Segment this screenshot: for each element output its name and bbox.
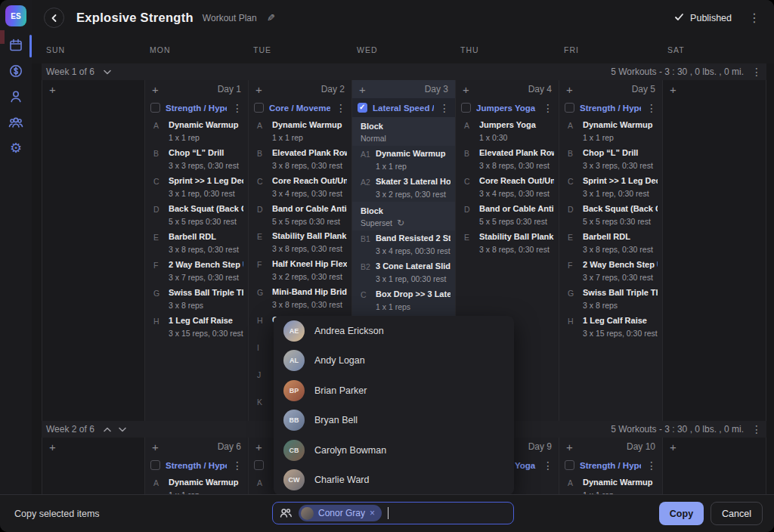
exercise-row[interactable]: A2Skater 3 Lateral Hops >> ...3 x 2 reps… xyxy=(352,174,455,202)
athlete-chip[interactable]: Conor Gray × xyxy=(299,505,382,521)
exercise-row[interactable]: CCore Reach Out/Under3 x 4 reps, 0:30 re… xyxy=(456,173,559,201)
add-workout-icon[interactable]: + xyxy=(670,441,676,453)
exercise-letter: A xyxy=(559,120,583,143)
workout-title[interactable]: Strength / Hypertro... xyxy=(166,461,227,470)
exercise-name: 2 Way Bench Step Up xyxy=(583,260,658,270)
published-status[interactable]: Published xyxy=(690,13,732,23)
exercise-row[interactable]: ADynamic Warmup1 x 1 rep xyxy=(249,117,351,145)
workout-title[interactable]: Strength / Hypertro... xyxy=(580,104,641,113)
exercise-row[interactable]: DBand or Cable Anti Rotati...5 x 5 reps … xyxy=(456,201,559,229)
athlete-option[interactable]: ALAndy Logan xyxy=(274,346,514,376)
exercise-row[interactable]: B23 Cone Lateral Slide3 x 1 rep, 00:30 r… xyxy=(352,258,455,286)
app-logo[interactable]: ES xyxy=(5,5,26,26)
week-menu-icon[interactable]: ⋮ xyxy=(751,424,762,435)
exercise-row[interactable]: ADynamic Warmup1 x 1 rep xyxy=(559,117,662,145)
exercise-letter: C xyxy=(456,176,479,199)
athlete-option[interactable]: AEAndrea Erickson xyxy=(274,316,514,346)
assign-to-input[interactable]: Conor Gray × xyxy=(272,502,514,524)
exercise-row[interactable]: CSprint >> 1 Leg Declarations3 x 1 rep, … xyxy=(145,173,248,201)
exercise-row[interactable]: GSwiss Ball Triple Threat3 x 8 reps xyxy=(559,285,662,313)
workout-checkbox[interactable] xyxy=(150,460,160,470)
add-workout-icon[interactable]: + xyxy=(566,441,573,453)
workout-checkbox[interactable] xyxy=(254,460,264,470)
workout-checkbox[interactable] xyxy=(150,103,160,113)
exercise-row[interactable]: EBarbell RDL3 x 8 reps, 0:30 rest xyxy=(145,229,248,257)
athlete-option[interactable]: CWCharlie Ward xyxy=(274,466,514,496)
workout-menu-icon[interactable]: ⋮ xyxy=(336,103,346,113)
exercise-row[interactable]: H1 Leg Calf Raise3 x 15 reps, 0:30 rest xyxy=(145,313,248,341)
exercise-row[interactable]: F2 Way Bench Step Up3 x 7 reps, 0:30 res… xyxy=(145,257,248,285)
workout-title[interactable]: Jumpers Yoga / Core xyxy=(476,104,537,113)
day-label: Day 2 xyxy=(321,84,345,94)
add-workout-icon[interactable]: + xyxy=(49,83,56,96)
week-collapse-down-icon[interactable] xyxy=(104,65,111,79)
exercise-row[interactable]: BElevated Plank Row3 x 8 reps, 0:30 rest xyxy=(456,145,559,173)
exercise-row[interactable]: CBox Drop >> 3 Lateral H...1 x 1 reps xyxy=(352,286,455,314)
copy-bar-label: Copy selected items xyxy=(14,509,100,519)
athlete-option[interactable]: BPBrian Parker xyxy=(274,376,514,406)
exercise-letter: G xyxy=(249,287,272,310)
cancel-button[interactable]: Cancel xyxy=(711,502,763,525)
exercise-row[interactable]: DBand or Cable Anti-Rotati...5 x 5 reps … xyxy=(249,201,351,229)
back-button[interactable] xyxy=(44,8,64,28)
exercise-row[interactable]: A1Dynamic Warmup1 x 1 rep xyxy=(352,146,455,174)
client-icon[interactable] xyxy=(7,88,25,106)
add-workout-icon[interactable]: + xyxy=(463,83,469,96)
workout-checkbox[interactable] xyxy=(461,103,471,113)
plan-menu-icon[interactable]: ⋮ xyxy=(748,12,760,24)
exercise-row[interactable]: EStability Ball Plank Linear ...3 x 8 re… xyxy=(249,228,351,256)
exercise-row[interactable]: EBarbell RDL3 x 8 reps, 0:30 rest xyxy=(559,229,662,257)
exercise-row[interactable]: CCore Reach Out/Under3 x 4 reps, 0:30 re… xyxy=(249,173,351,201)
workout-menu-icon[interactable]: ⋮ xyxy=(543,460,553,471)
exercise-row[interactable]: BChop “L” Drill3 x 3 reps, 0:30 rest xyxy=(559,145,662,173)
workout-checkbox[interactable] xyxy=(254,103,264,113)
athlete-option[interactable]: BBBryan Bell xyxy=(274,406,514,436)
calendar-icon[interactable] xyxy=(7,36,25,54)
workout-menu-icon[interactable]: ⋮ xyxy=(646,460,657,471)
exercise-row[interactable]: B1Band Resisted 2 Step Late...3 x 4 reps… xyxy=(352,230,455,258)
workout-title[interactable]: Lateral Speed / Plyo xyxy=(373,104,434,113)
settings-icon[interactable]: ⚙ xyxy=(7,139,25,157)
add-workout-icon[interactable]: + xyxy=(670,83,676,96)
chip-remove-icon[interactable]: × xyxy=(370,508,375,518)
add-workout-icon[interactable]: + xyxy=(152,441,159,453)
week-menu-icon[interactable]: ⋮ xyxy=(751,66,762,77)
exercise-row[interactable]: GMini-Band Hip Bridge w/ ...3 x 8 reps, … xyxy=(249,284,351,312)
workout-menu-icon[interactable]: ⋮ xyxy=(646,103,657,113)
add-workout-icon[interactable]: + xyxy=(566,83,573,96)
workout-menu-icon[interactable]: ⋮ xyxy=(232,103,243,113)
workout-menu-icon[interactable]: ⋮ xyxy=(232,460,243,471)
workout-menu-icon[interactable]: ⋮ xyxy=(439,103,450,113)
workout-checkbox[interactable] xyxy=(565,460,574,470)
exercise-row[interactable]: CSprint >> 1 Leg Declarations3 x 1 rep, … xyxy=(559,173,662,201)
workout-checkbox[interactable] xyxy=(565,103,574,113)
add-workout-icon[interactable]: + xyxy=(359,83,366,96)
workout-title[interactable]: Core / Movement Q... xyxy=(269,104,330,113)
workout-menu-icon[interactable]: ⋮ xyxy=(543,103,553,113)
add-workout-icon[interactable]: + xyxy=(255,441,262,453)
exercise-row[interactable]: BChop “L” Drill3 x 3 reps, 0:30 rest xyxy=(145,145,248,173)
add-workout-icon[interactable]: + xyxy=(255,83,262,96)
exercise-row[interactable]: DBack Squat (Back Off Set)5 x 5 reps 0:3… xyxy=(145,201,248,229)
exercise-row[interactable]: DBack Squat (Back Off Set)5 x 5 reps 0:3… xyxy=(559,201,662,229)
add-workout-icon[interactable]: + xyxy=(49,441,56,453)
exercise-row[interactable]: H1 Leg Calf Raise3 x 15 reps, 0:30 rest xyxy=(559,313,662,341)
exercise-row[interactable]: BElevated Plank Row3 x 8 reps, 0:30 rest xyxy=(249,145,351,173)
teams-icon[interactable] xyxy=(7,113,25,131)
workout-checkbox[interactable] xyxy=(358,103,367,113)
week-collapse-up-icon[interactable] xyxy=(104,422,111,436)
workout-title[interactable]: Strength / Hypertro... xyxy=(166,104,227,113)
exercise-row[interactable]: FHalf Kneel Hip Flexor Rais...3 x 2 reps… xyxy=(249,256,351,284)
copy-button[interactable]: Copy xyxy=(659,502,704,525)
edit-title-icon[interactable]: ✎ xyxy=(267,12,275,23)
exercise-row[interactable]: EStability Ball Plank Linear ...3 x 8 re… xyxy=(456,229,559,257)
workout-title[interactable]: Strength / Hypertro... xyxy=(580,461,641,470)
exercise-row[interactable]: F2 Way Bench Step Up3 x 7 reps, 0:30 res… xyxy=(559,257,662,285)
exercise-row[interactable]: ADynamic Warmup1 x 1 rep xyxy=(145,117,248,145)
athlete-option[interactable]: CBCarolyn Bowman xyxy=(274,435,514,466)
add-workout-icon[interactable]: + xyxy=(152,83,159,96)
billing-icon[interactable] xyxy=(7,62,25,80)
exercise-row[interactable]: GSwiss Ball Triple Threat3 x 8 reps xyxy=(145,285,248,313)
exercise-row[interactable]: AJumpers Yoga1 x 0:30 xyxy=(456,117,559,145)
week-collapse-down-icon[interactable] xyxy=(119,422,126,436)
